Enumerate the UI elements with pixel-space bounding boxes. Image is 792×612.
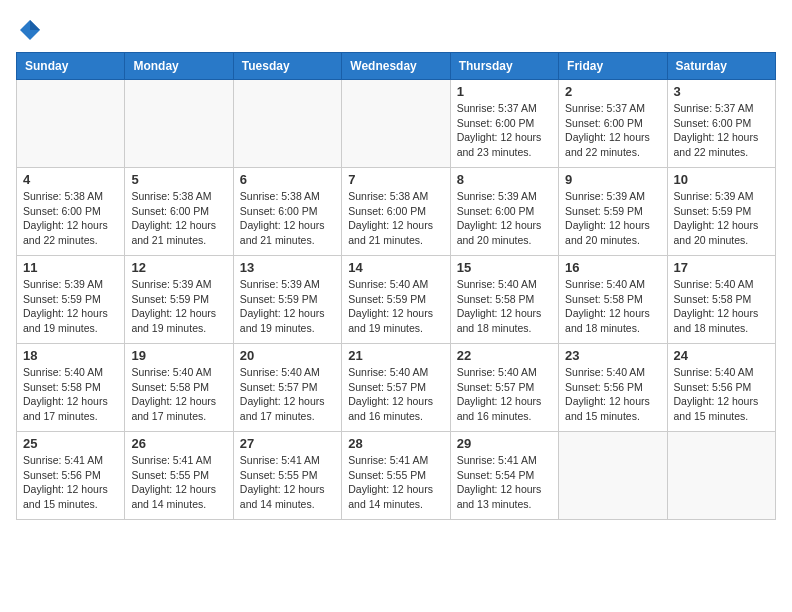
week-row-4: 18Sunrise: 5:40 AM Sunset: 5:58 PM Dayli… bbox=[17, 344, 776, 432]
calendar-cell: 27Sunrise: 5:41 AM Sunset: 5:55 PM Dayli… bbox=[233, 432, 341, 520]
calendar-cell: 22Sunrise: 5:40 AM Sunset: 5:57 PM Dayli… bbox=[450, 344, 558, 432]
day-number: 14 bbox=[348, 260, 443, 275]
day-info: Sunrise: 5:41 AM Sunset: 5:55 PM Dayligh… bbox=[240, 453, 335, 512]
calendar-cell bbox=[342, 80, 450, 168]
calendar-cell: 9Sunrise: 5:39 AM Sunset: 5:59 PM Daylig… bbox=[559, 168, 667, 256]
day-info: Sunrise: 5:37 AM Sunset: 6:00 PM Dayligh… bbox=[674, 101, 769, 160]
day-info: Sunrise: 5:38 AM Sunset: 6:00 PM Dayligh… bbox=[23, 189, 118, 248]
day-number: 3 bbox=[674, 84, 769, 99]
page-header bbox=[16, 16, 776, 44]
calendar-cell: 1Sunrise: 5:37 AM Sunset: 6:00 PM Daylig… bbox=[450, 80, 558, 168]
day-number: 8 bbox=[457, 172, 552, 187]
day-info: Sunrise: 5:39 AM Sunset: 6:00 PM Dayligh… bbox=[457, 189, 552, 248]
day-number: 7 bbox=[348, 172, 443, 187]
day-info: Sunrise: 5:40 AM Sunset: 5:57 PM Dayligh… bbox=[348, 365, 443, 424]
calendar-cell: 11Sunrise: 5:39 AM Sunset: 5:59 PM Dayli… bbox=[17, 256, 125, 344]
day-number: 16 bbox=[565, 260, 660, 275]
svg-marker-1 bbox=[30, 20, 40, 30]
day-header-wednesday: Wednesday bbox=[342, 53, 450, 80]
week-row-5: 25Sunrise: 5:41 AM Sunset: 5:56 PM Dayli… bbox=[17, 432, 776, 520]
calendar-cell bbox=[559, 432, 667, 520]
day-info: Sunrise: 5:40 AM Sunset: 5:57 PM Dayligh… bbox=[457, 365, 552, 424]
day-info: Sunrise: 5:40 AM Sunset: 5:57 PM Dayligh… bbox=[240, 365, 335, 424]
logo-icon bbox=[16, 16, 44, 44]
day-number: 2 bbox=[565, 84, 660, 99]
day-number: 15 bbox=[457, 260, 552, 275]
day-info: Sunrise: 5:38 AM Sunset: 6:00 PM Dayligh… bbox=[131, 189, 226, 248]
week-row-3: 11Sunrise: 5:39 AM Sunset: 5:59 PM Dayli… bbox=[17, 256, 776, 344]
week-row-2: 4Sunrise: 5:38 AM Sunset: 6:00 PM Daylig… bbox=[17, 168, 776, 256]
day-info: Sunrise: 5:40 AM Sunset: 5:58 PM Dayligh… bbox=[457, 277, 552, 336]
day-number: 5 bbox=[131, 172, 226, 187]
day-number: 10 bbox=[674, 172, 769, 187]
day-number: 25 bbox=[23, 436, 118, 451]
day-info: Sunrise: 5:37 AM Sunset: 6:00 PM Dayligh… bbox=[565, 101, 660, 160]
calendar-cell: 20Sunrise: 5:40 AM Sunset: 5:57 PM Dayli… bbox=[233, 344, 341, 432]
calendar-cell: 26Sunrise: 5:41 AM Sunset: 5:55 PM Dayli… bbox=[125, 432, 233, 520]
day-info: Sunrise: 5:40 AM Sunset: 5:58 PM Dayligh… bbox=[674, 277, 769, 336]
days-header-row: SundayMondayTuesdayWednesdayThursdayFrid… bbox=[17, 53, 776, 80]
calendar-cell: 29Sunrise: 5:41 AM Sunset: 5:54 PM Dayli… bbox=[450, 432, 558, 520]
day-number: 28 bbox=[348, 436, 443, 451]
calendar-cell: 6Sunrise: 5:38 AM Sunset: 6:00 PM Daylig… bbox=[233, 168, 341, 256]
calendar-cell: 25Sunrise: 5:41 AM Sunset: 5:56 PM Dayli… bbox=[17, 432, 125, 520]
calendar-cell: 5Sunrise: 5:38 AM Sunset: 6:00 PM Daylig… bbox=[125, 168, 233, 256]
day-number: 22 bbox=[457, 348, 552, 363]
calendar-cell bbox=[233, 80, 341, 168]
day-info: Sunrise: 5:40 AM Sunset: 5:56 PM Dayligh… bbox=[674, 365, 769, 424]
day-info: Sunrise: 5:40 AM Sunset: 5:58 PM Dayligh… bbox=[565, 277, 660, 336]
calendar-cell: 19Sunrise: 5:40 AM Sunset: 5:58 PM Dayli… bbox=[125, 344, 233, 432]
day-info: Sunrise: 5:41 AM Sunset: 5:55 PM Dayligh… bbox=[131, 453, 226, 512]
calendar-table: SundayMondayTuesdayWednesdayThursdayFrid… bbox=[16, 52, 776, 520]
day-number: 27 bbox=[240, 436, 335, 451]
day-header-sunday: Sunday bbox=[17, 53, 125, 80]
calendar-cell bbox=[17, 80, 125, 168]
week-row-1: 1Sunrise: 5:37 AM Sunset: 6:00 PM Daylig… bbox=[17, 80, 776, 168]
calendar-cell: 3Sunrise: 5:37 AM Sunset: 6:00 PM Daylig… bbox=[667, 80, 775, 168]
calendar-cell: 14Sunrise: 5:40 AM Sunset: 5:59 PM Dayli… bbox=[342, 256, 450, 344]
day-number: 21 bbox=[348, 348, 443, 363]
day-number: 11 bbox=[23, 260, 118, 275]
calendar-cell bbox=[667, 432, 775, 520]
calendar-cell: 21Sunrise: 5:40 AM Sunset: 5:57 PM Dayli… bbox=[342, 344, 450, 432]
calendar-cell: 10Sunrise: 5:39 AM Sunset: 5:59 PM Dayli… bbox=[667, 168, 775, 256]
day-info: Sunrise: 5:38 AM Sunset: 6:00 PM Dayligh… bbox=[240, 189, 335, 248]
day-number: 24 bbox=[674, 348, 769, 363]
calendar-cell: 23Sunrise: 5:40 AM Sunset: 5:56 PM Dayli… bbox=[559, 344, 667, 432]
day-number: 17 bbox=[674, 260, 769, 275]
day-header-monday: Monday bbox=[125, 53, 233, 80]
logo bbox=[16, 16, 48, 44]
day-info: Sunrise: 5:41 AM Sunset: 5:56 PM Dayligh… bbox=[23, 453, 118, 512]
day-info: Sunrise: 5:39 AM Sunset: 5:59 PM Dayligh… bbox=[565, 189, 660, 248]
calendar-cell: 18Sunrise: 5:40 AM Sunset: 5:58 PM Dayli… bbox=[17, 344, 125, 432]
calendar-cell bbox=[125, 80, 233, 168]
calendar-cell: 8Sunrise: 5:39 AM Sunset: 6:00 PM Daylig… bbox=[450, 168, 558, 256]
day-info: Sunrise: 5:40 AM Sunset: 5:56 PM Dayligh… bbox=[565, 365, 660, 424]
day-info: Sunrise: 5:40 AM Sunset: 5:58 PM Dayligh… bbox=[23, 365, 118, 424]
day-header-thursday: Thursday bbox=[450, 53, 558, 80]
day-number: 20 bbox=[240, 348, 335, 363]
day-info: Sunrise: 5:39 AM Sunset: 5:59 PM Dayligh… bbox=[240, 277, 335, 336]
day-header-friday: Friday bbox=[559, 53, 667, 80]
day-number: 29 bbox=[457, 436, 552, 451]
calendar-cell: 13Sunrise: 5:39 AM Sunset: 5:59 PM Dayli… bbox=[233, 256, 341, 344]
day-number: 4 bbox=[23, 172, 118, 187]
calendar-cell: 17Sunrise: 5:40 AM Sunset: 5:58 PM Dayli… bbox=[667, 256, 775, 344]
day-number: 1 bbox=[457, 84, 552, 99]
day-info: Sunrise: 5:39 AM Sunset: 5:59 PM Dayligh… bbox=[23, 277, 118, 336]
day-info: Sunrise: 5:39 AM Sunset: 5:59 PM Dayligh… bbox=[674, 189, 769, 248]
day-number: 18 bbox=[23, 348, 118, 363]
calendar-cell: 7Sunrise: 5:38 AM Sunset: 6:00 PM Daylig… bbox=[342, 168, 450, 256]
day-info: Sunrise: 5:38 AM Sunset: 6:00 PM Dayligh… bbox=[348, 189, 443, 248]
day-info: Sunrise: 5:37 AM Sunset: 6:00 PM Dayligh… bbox=[457, 101, 552, 160]
day-info: Sunrise: 5:41 AM Sunset: 5:54 PM Dayligh… bbox=[457, 453, 552, 512]
day-number: 13 bbox=[240, 260, 335, 275]
day-number: 23 bbox=[565, 348, 660, 363]
day-info: Sunrise: 5:40 AM Sunset: 5:59 PM Dayligh… bbox=[348, 277, 443, 336]
calendar-cell: 4Sunrise: 5:38 AM Sunset: 6:00 PM Daylig… bbox=[17, 168, 125, 256]
calendar-cell: 16Sunrise: 5:40 AM Sunset: 5:58 PM Dayli… bbox=[559, 256, 667, 344]
calendar-cell: 24Sunrise: 5:40 AM Sunset: 5:56 PM Dayli… bbox=[667, 344, 775, 432]
day-number: 6 bbox=[240, 172, 335, 187]
day-info: Sunrise: 5:40 AM Sunset: 5:58 PM Dayligh… bbox=[131, 365, 226, 424]
day-number: 19 bbox=[131, 348, 226, 363]
